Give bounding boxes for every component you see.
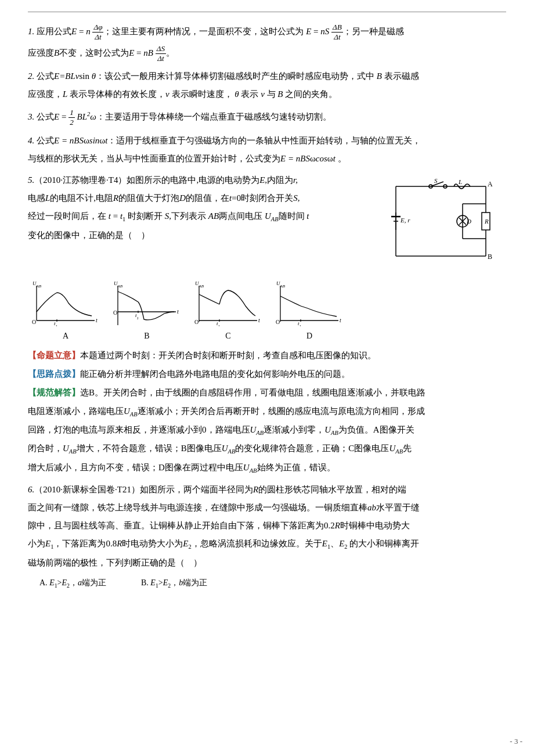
svg-text:L: L [458, 178, 462, 185]
item1-text2: 应强度B不变，这时公式为E = nB ΔSΔt。 [28, 44, 506, 63]
svg-text:UAB: UAB [33, 280, 42, 289]
page-number: - 3 - [510, 735, 522, 748]
item3-text: 3. 公式E = 12 BL2ω：主要适用于导体棒绕一个端点垂直于磁感线匀速转动… [28, 108, 506, 127]
item2-text2: 应强度，L 表示导体棒的有效长度，v 表示瞬时速度， θ 表示 v 与 B 之间… [28, 87, 506, 102]
q6-line5: 磁场前两端的极性，下列判断正确的是（ ） [28, 555, 506, 571]
item4-text: 4. 公式E = nBSωsinωt：适用于线框垂直于匀强磁场方向的一条轴从中性… [28, 133, 506, 149]
jie-da-line5: 增大后减小，且方向不变，错误；D图像在两过程中电压UAB始终为正值，错误。 [28, 460, 506, 476]
svg-text:B: B [488, 253, 492, 261]
svg-text:D: D [466, 218, 471, 225]
graph-label-D: D [306, 329, 312, 343]
svg-text:t: t [258, 317, 260, 323]
circuit-svg: E, r S L [378, 175, 500, 268]
si-lu: 【思路点拨】能正确分析并理解闭合电路外电路电阻的变化如何影响外电压的问题。 [28, 366, 506, 383]
analysis-block-5: 【命题立意】本题通过两个时刻：开关闭合时刻和断开时刻，考查自感和电压图像的知识。… [28, 348, 506, 476]
item-6: 6.（2010·新课标全国卷·T21）如图所示，两个端面半径同为R的圆柱形铁芯同… [28, 482, 506, 591]
page: 1. 应用公式E = n ΔφΔt；这里主要有两种情况，一是面积不变，这时公式为… [0, 0, 534, 756]
graph-item-A: t UAB t1 O A [28, 280, 103, 343]
q5-line1: 5.（2010·江苏物理卷·T4）如图所示的电路中,电源的电动势为E,内阻为r, [28, 172, 368, 188]
jie-da-line2: 电阻逐渐减小，路端电压UAB逐渐减小；开关闭合后再断开时，线圈的感应电流与原电流… [28, 404, 506, 420]
item-2: 2. 公式E=BLvsin θ：该公式一般用来计算导体棒切割磁感线时产生的瞬时感… [28, 69, 506, 102]
svg-text:A: A [488, 180, 493, 188]
item1-text: 1. 应用公式E = n ΔφΔt；这里主要有两种情况，一是面积不变，这时公式为… [28, 23, 506, 42]
svg-text:t: t [96, 317, 98, 323]
svg-text:UAB: UAB [276, 280, 286, 289]
circuit-diagram: E, r S L [378, 175, 506, 273]
top-border [28, 12, 506, 12]
graph-item-B: t UAB t1 O B [109, 280, 185, 343]
graph-label-A: A [63, 329, 68, 343]
graph-C-svg: t UAB t1 O [193, 280, 263, 326]
ming-ti: 【命题立意】本题通过两个时刻：开关闭合时刻和断开时刻，考查自感和电压图像的知识。 [28, 348, 506, 364]
answer-options-6: A. E1>E2，a端为正 B. E1>E2，b端为正 [39, 575, 506, 591]
q6-line3: 隙中，且与圆柱线等高、垂直。让铜棒从静止开始自由下落，铜棒下落距离为0.2R时铜… [28, 518, 506, 534]
graph-D-svg: t UAB t1 O [275, 280, 344, 326]
svg-text:UAB: UAB [195, 280, 204, 289]
option-B: B. E1>E2，b端为正 [141, 575, 207, 591]
graph-B-svg: t UAB t1 O [112, 280, 182, 326]
item4-text2: 与线框的形状无关，当从与中性面垂直的位置开始计时，公式变为E = nBSωcos… [28, 151, 506, 167]
item-5: 5.（2010·江苏物理卷·T4）如图所示的电路中,电源的电动势为E,内阻为r,… [28, 172, 506, 476]
svg-text:E, r: E, r [400, 217, 410, 224]
q5-line4: 变化的图像中，正确的是（ ） [28, 228, 368, 243]
svg-text:O: O [276, 319, 280, 325]
svg-text:O: O [194, 319, 199, 325]
svg-text:UAB: UAB [114, 280, 123, 289]
jie-da-line1: 【规范解答】选B。开关闭合时，由于线圈的自感阻碍作用，可看做电阻，线圈电阻逐渐减… [28, 385, 506, 401]
svg-text:t: t [177, 308, 179, 315]
svg-text:S: S [434, 177, 438, 184]
graph-label-B: B [144, 329, 149, 343]
svg-text:O: O [113, 309, 117, 316]
item-4: 4. 公式E = nBSωsinωt：适用于线框垂直于匀强磁场方向的一条轴从中性… [28, 133, 506, 167]
jie-da-line3: 回路，灯泡的电流与原来相反，并逐渐减小到0，路端电压UAB逐渐减小到零，UAB为… [28, 422, 506, 438]
question5-text: 5.（2010·江苏物理卷·T4）如图所示的电路中,电源的电动势为E,内阻为r,… [28, 172, 368, 246]
q5-line2: 电感L的电阻不计,电阻R的阻值大于灯泡D的阻值，在t=0时刻闭合开关S, [28, 190, 368, 206]
svg-text:R: R [484, 218, 489, 225]
graph-label-C: C [225, 329, 230, 343]
option-A: A. E1>E2，a端为正 [39, 575, 106, 591]
graph-item-D: t UAB t1 O D [272, 280, 347, 343]
q6-line1: 6.（2010·新课标全国卷·T21）如图所示，两个端面半径同为R的圆柱形铁芯同… [28, 482, 506, 498]
q5-line3: 经过一段时间后，在 t = t1 时刻断开 S,下列表示 AB两点间电压 UAB… [28, 208, 368, 225]
graphs-row: t UAB t1 O A t [28, 280, 506, 343]
item-1: 1. 应用公式E = n ΔφΔt；这里主要有两种情况，一是面积不变，这时公式为… [28, 23, 506, 63]
jie-da-line4: 闭合时，UAB增大，不符合题意，错误；B图像电压UAB的变化规律符合题意，正确；… [28, 441, 506, 457]
svg-text:t1: t1 [135, 312, 139, 321]
question5-row: 5.（2010·江苏物理卷·T4）如图所示的电路中,电源的电动势为E,内阻为r,… [28, 172, 506, 273]
svg-text:O: O [32, 319, 36, 325]
q6-line2: 面之间有一缝隙，铁芯上绕导线并与电源连接，在缝隙中形成一匀强磁场。一铜质细直棒a… [28, 500, 506, 516]
q6-line4: 小为E1，下落距离为0.8R时电动势大小为E2，忽略涡流损耗和边缘效应。关于E1… [28, 536, 506, 553]
item2-text: 2. 公式E=BLvsin θ：该公式一般用来计算导体棒切割磁感线时产生的瞬时感… [28, 69, 506, 84]
graph-A-svg: t UAB t1 O [31, 280, 100, 326]
svg-text:t: t [340, 317, 341, 323]
graph-item-C: t UAB t1 O C [190, 280, 266, 343]
item-3: 3. 公式E = 12 BL2ω：主要适用于导体棒绕一个端点垂直于磁感线匀速转动… [28, 108, 506, 127]
